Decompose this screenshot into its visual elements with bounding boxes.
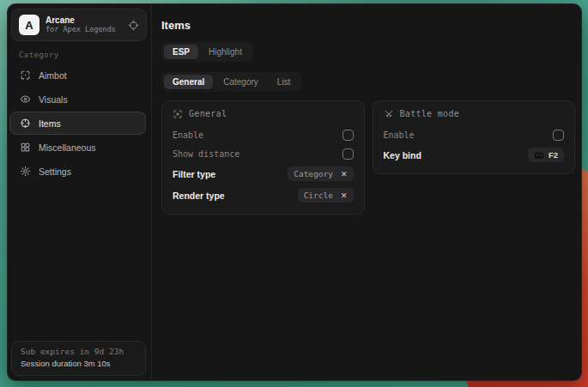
brand-logo: A	[19, 15, 39, 35]
setting-row-render-type: Render type Circle ✕	[173, 184, 354, 206]
close-icon[interactable]: ✕	[341, 170, 348, 178]
enable-checkbox[interactable]	[342, 130, 354, 141]
key-bind-value: F2	[549, 150, 558, 160]
brand-subtitle: for Apex Legends	[45, 26, 116, 34]
subscription-info-card: Sub expires in 9d 23h Session duration 3…	[11, 341, 146, 376]
setting-label: Enable	[173, 130, 203, 140]
setting-row-enable: Enable	[173, 125, 354, 144]
render-type-value: Circle	[304, 190, 333, 200]
tab-list[interactable]: List	[269, 75, 300, 89]
sidebar-item-items[interactable]: Items	[9, 112, 146, 135]
page-title: Items	[161, 19, 191, 32]
sidebar-nav: Aimbot Visuals Items	[9, 63, 146, 184]
general-panel: General Enable Show distance Filter type…	[161, 100, 365, 215]
sidebar-item-settings[interactable]: Settings	[9, 160, 146, 183]
tab-category[interactable]: Category	[215, 75, 267, 89]
brand-text: Arcane for Apex Legends	[45, 15, 116, 33]
sidebar-item-miscellaneous[interactable]: Miscellaneous	[9, 136, 146, 159]
render-type-select[interactable]: Circle ✕	[298, 188, 354, 203]
general-panel-header: General	[173, 108, 354, 119]
arcane-overlay-window: A Arcane for Apex Legends Category	[7, 3, 582, 381]
filter-type-select[interactable]: Category ✕	[288, 166, 353, 181]
setting-row-show-distance: Show distance	[173, 144, 354, 163]
setting-row-key-bind: Key bind F2	[384, 144, 565, 166]
keyboard-icon	[534, 150, 544, 160]
show-distance-checkbox[interactable]	[342, 148, 354, 160]
close-icon[interactable]: ✕	[341, 191, 348, 200]
sidebar-item-label: Settings	[39, 166, 71, 177]
key-bind-button[interactable]: F2	[528, 148, 564, 162]
target-icon[interactable]	[128, 20, 139, 31]
tab-esp[interactable]: ESP	[164, 45, 198, 59]
brand-card: A Arcane for Apex Legends	[11, 9, 147, 41]
setting-row-enable: Enable	[384, 125, 565, 144]
tab-general[interactable]: General	[164, 75, 213, 89]
panel-title: Battle mode	[400, 109, 460, 118]
panel-title: General	[189, 109, 227, 118]
setting-label: Filter type	[173, 169, 215, 179]
circle-crosshair-icon	[20, 118, 31, 129]
aimbot-crosshair-icon	[20, 70, 31, 81]
sidebar-item-visuals[interactable]: Visuals	[9, 88, 146, 111]
sidebar: A Arcane for Apex Legends Category	[8, 4, 152, 380]
panels-row: General Enable Show distance Filter type…	[161, 100, 575, 215]
sidebar-item-label: Aimbot	[39, 70, 67, 81]
mode-tab-group: ESP Highlight	[161, 42, 253, 62]
eye-icon	[20, 94, 31, 105]
sidebar-section-label: Category	[19, 51, 59, 59]
main-content: Items ESP Highlight General Category Lis…	[153, 4, 581, 380]
view-tab-group: General Category List	[161, 72, 301, 92]
tab-highlight[interactable]: Highlight	[200, 45, 251, 59]
setting-label: Enable	[384, 130, 415, 140]
sidebar-item-label: Miscellaneous	[39, 142, 96, 153]
swords-icon	[384, 109, 394, 119]
sidebar-item-aimbot[interactable]: Aimbot	[9, 63, 146, 87]
sidebar-item-label: Items	[39, 118, 61, 129]
setting-label: Show distance	[173, 149, 239, 159]
scan-icon	[173, 109, 183, 119]
setting-label: Render type	[173, 190, 225, 201]
battle-enable-checkbox[interactable]	[553, 130, 564, 141]
sidebar-item-label: Visuals	[39, 94, 68, 105]
battle-mode-panel-header: Battle mode	[384, 108, 565, 119]
setting-label: Key bind	[384, 150, 421, 160]
setting-row-filter-type: Filter type Category ✕	[173, 163, 354, 184]
filter-type-value: Category	[294, 169, 333, 178]
battle-mode-panel: Battle mode Enable Key bind	[373, 100, 576, 174]
session-duration-text: Session duration 3m 10s	[21, 358, 136, 370]
sub-expires-text: Sub expires in 9d 23h	[21, 346, 136, 358]
gear-icon	[20, 166, 31, 177]
grid-icon	[20, 142, 31, 153]
